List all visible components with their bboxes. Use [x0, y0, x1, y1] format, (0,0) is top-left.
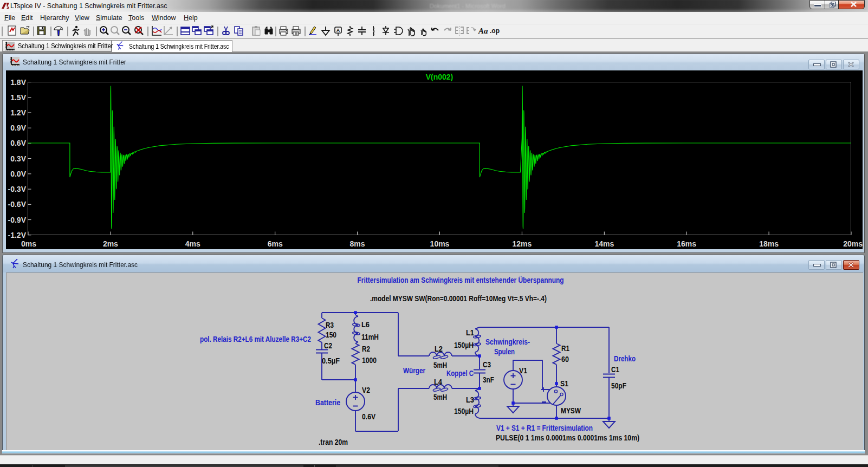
svg-text:3nF: 3nF: [483, 375, 494, 384]
svg-text:8ms: 8ms: [350, 239, 365, 248]
svg-text:5mH: 5mH: [433, 360, 447, 369]
svg-text:-1.2V: -1.2V: [8, 231, 27, 239]
svg-text:Aa: Aa: [478, 27, 488, 35]
svg-text:C2: C2: [324, 341, 332, 350]
svg-text:S1: S1: [560, 379, 568, 388]
svg-text:20ms: 20ms: [843, 239, 863, 248]
svg-text:Drehko: Drehko: [614, 354, 636, 363]
svg-text:2ms: 2ms: [103, 239, 118, 248]
svg-text:MYSW: MYSW: [561, 406, 581, 415]
svg-text:150µH: 150µH: [454, 340, 474, 349]
svg-text:Würger: Würger: [403, 366, 425, 375]
svg-text:0.0V: 0.0V: [10, 170, 26, 178]
svg-text:14ms: 14ms: [594, 239, 614, 248]
svg-text:R1: R1: [561, 343, 569, 353]
svg-text:PULSE(0 1 1ms 0.0001ms 0.0001m: PULSE(0 1 1ms 0.0001ms 0.0001ms 1ms 10m): [496, 433, 639, 442]
svg-text:A: A: [336, 28, 340, 33]
svg-text:1000: 1000: [362, 355, 377, 365]
svg-text:12ms: 12ms: [512, 239, 532, 248]
svg-text:L3: L3: [466, 395, 474, 404]
svg-text:.model MYSW SW(Ron=0.00001 Rof: .model MYSW SW(Ron=0.00001 Roff=10Meg Vt…: [370, 294, 547, 303]
svg-text:0.9V: 0.9V: [10, 124, 26, 132]
svg-text:0ms: 0ms: [21, 239, 36, 248]
svg-text:6ms: 6ms: [268, 239, 283, 248]
svg-text:V(n002): V(n002): [426, 73, 454, 81]
svg-text:50pF: 50pF: [611, 381, 626, 390]
svg-text:pol. Relais R2+L6 mit Aluzelle: pol. Relais R2+L6 mit Aluzelle R3+C2: [200, 334, 311, 343]
svg-text:0.5µF: 0.5µF: [322, 356, 340, 365]
svg-text:1.8V: 1.8V: [10, 78, 26, 87]
svg-text:.tran 20m: .tran 20m: [319, 437, 348, 446]
svg-text:-0.9V: -0.9V: [8, 216, 27, 224]
svg-text:Koppel C: Koppel C: [446, 368, 474, 378]
svg-text:.op: .op: [490, 27, 500, 35]
svg-text:5mH: 5mH: [433, 392, 447, 401]
svg-text:C1: C1: [611, 365, 619, 374]
svg-text:R3: R3: [326, 320, 334, 329]
svg-text:V2: V2: [362, 385, 370, 394]
svg-text:Spulen: Spulen: [494, 347, 515, 356]
svg-text:10ms: 10ms: [430, 239, 450, 248]
svg-text:150µH: 150µH: [454, 406, 474, 416]
svg-text:V1: V1: [519, 366, 527, 375]
svg-text:V1 + S1 + R1 = Frittersimulati: V1 + S1 + R1 = Frittersimulation: [496, 423, 593, 432]
svg-text:150: 150: [326, 330, 336, 339]
svg-text:1.2V: 1.2V: [10, 108, 26, 117]
svg-text:C3: C3: [483, 360, 491, 369]
svg-text:Batterie: Batterie: [315, 398, 340, 407]
svg-text:L1: L1: [466, 328, 474, 337]
svg-text:16ms: 16ms: [677, 239, 696, 248]
svg-text:0.6V: 0.6V: [10, 139, 26, 147]
svg-text:0.6V: 0.6V: [362, 412, 376, 421]
svg-text:1.5V: 1.5V: [10, 93, 26, 102]
svg-text:11mH: 11mH: [361, 332, 379, 341]
svg-text:Frittersimulation am Schwingkr: Frittersimulation am Schwingkreis mit en…: [358, 275, 564, 284]
svg-text:R2: R2: [362, 344, 370, 353]
svg-text:L6: L6: [361, 320, 370, 329]
svg-text:0.3V: 0.3V: [10, 154, 26, 163]
svg-text:Schwingkreis-: Schwingkreis-: [485, 337, 530, 346]
svg-text:-0.3V: -0.3V: [8, 185, 27, 193]
svg-text:L4: L4: [434, 377, 442, 386]
svg-text:18ms: 18ms: [759, 239, 779, 248]
svg-text:4ms: 4ms: [185, 239, 200, 248]
svg-text:60: 60: [561, 354, 569, 364]
svg-text:-0.6V: -0.6V: [8, 200, 27, 209]
svg-text:L2: L2: [435, 344, 443, 353]
